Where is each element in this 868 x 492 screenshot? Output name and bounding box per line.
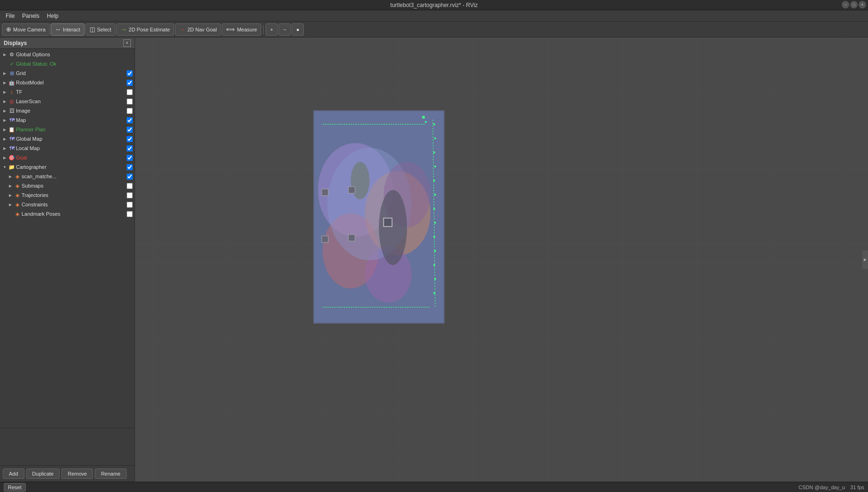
check-landmark-poses[interactable] — [127, 211, 133, 217]
tree-item-laserscan[interactable]: ◎ LaserScan — [0, 97, 135, 106]
svg-rect-30 — [348, 235, 355, 241]
statusbar-left: Reset — [4, 483, 26, 492]
check-planner-plan[interactable] — [127, 127, 133, 133]
reset-button[interactable]: Reset — [4, 483, 26, 492]
icon-grid: ⊞ — [8, 70, 15, 76]
tree-item-tf[interactable]: ↕ TF — [0, 87, 135, 97]
check-tf[interactable] — [127, 89, 133, 95]
tree-item-local-map[interactable]: 🗺 Local Map — [0, 144, 135, 153]
svg-rect-29 — [322, 236, 328, 242]
interact-button[interactable]: ↔ Interact — [51, 23, 84, 36]
displays-panel-buttons: Add Duplicate Remove Rename — [0, 465, 135, 482]
arrow-tf — [2, 89, 8, 95]
check-cartographer[interactable] — [127, 164, 133, 170]
icon-cartographer: 📁 — [8, 164, 15, 170]
menu-panels[interactable]: Panels — [18, 12, 43, 20]
arrow-global-options — [2, 52, 8, 57]
svg-point-11 — [425, 121, 427, 123]
tree-item-cartographer[interactable]: 📁 Cartographer — [0, 162, 135, 172]
tree-item-grid[interactable]: ⊞ Grid — [0, 68, 135, 78]
tree-item-global-status[interactable]: ✓ Global Status: Ok — [0, 59, 135, 68]
svg-point-13 — [433, 123, 435, 125]
tree-item-submaps[interactable]: ◈ Submaps — [0, 181, 135, 190]
arrow-goal — [2, 155, 8, 160]
check-laserscan[interactable] — [127, 98, 133, 105]
select-label: Select — [97, 27, 112, 32]
icon-constraints: ◈ — [14, 201, 21, 208]
svg-point-15 — [433, 151, 435, 153]
svg-point-10 — [422, 116, 425, 119]
check-map[interactable] — [127, 117, 133, 123]
label-scan-matches: scan_matche... — [22, 174, 126, 179]
label-grid: Grid — [16, 70, 126, 76]
map-svg — [313, 110, 445, 324]
add-button[interactable]: Add — [3, 469, 24, 479]
remove-button[interactable]: Remove — [61, 469, 93, 479]
2d-pose-estimate-button[interactable]: → 2D Pose Estimate — [116, 23, 174, 36]
viewport[interactable]: ◀ — [135, 38, 868, 482]
check-robotmodel[interactable] — [127, 80, 133, 86]
tree-item-global-map[interactable]: 🗺 Global Map — [0, 134, 135, 144]
tree-item-goal[interactable]: 🎯 Goal — [0, 153, 135, 162]
measure-button[interactable]: ⟺ Measure — [222, 23, 261, 36]
displays-tree[interactable]: ⚙ Global Options ✓ Global Status: Ok ⊞ G… — [0, 49, 135, 428]
minimize-button[interactable]: − — [842, 1, 849, 8]
svg-point-17 — [433, 180, 435, 182]
icon-planner-plan: 📋 — [8, 126, 15, 133]
tree-item-planner-plan[interactable]: 📋 Planner Plan — [0, 125, 135, 134]
label-goal: Goal — [16, 155, 126, 160]
close-button[interactable]: × — [859, 1, 866, 8]
check-goal[interactable] — [127, 155, 133, 161]
check-image[interactable] — [127, 108, 133, 114]
map-container — [313, 110, 445, 324]
tree-item-landmark-poses[interactable]: ◈ Landmark Poses — [0, 209, 135, 219]
right-panel-toggle[interactable]: ▶ — [862, 250, 868, 269]
grid-background — [135, 38, 868, 482]
zoom-in-icon: + — [270, 27, 273, 32]
svg-rect-27 — [322, 189, 328, 196]
label-map: Map — [16, 117, 126, 123]
arrow-submaps — [8, 183, 13, 189]
duplicate-button[interactable]: Duplicate — [26, 469, 60, 479]
label-global-options: Global Options — [16, 52, 133, 57]
label-global-status: Global Status: Ok — [16, 61, 133, 67]
arrow-constraints — [8, 202, 13, 207]
focus-button[interactable]: ● — [292, 23, 304, 36]
check-submaps[interactable] — [127, 183, 133, 189]
zoom-in-button[interactable]: + — [265, 23, 278, 36]
select-icon: ◫ — [90, 26, 95, 33]
menu-help[interactable]: Help — [43, 12, 62, 20]
tree-item-constraints[interactable]: ◈ Constraints — [0, 200, 135, 209]
label-trajectories: Trajectories — [22, 192, 126, 198]
displays-panel-close[interactable]: × — [123, 39, 131, 47]
check-scan-matches[interactable] — [127, 174, 133, 180]
tree-item-global-options[interactable]: ⚙ Global Options — [0, 50, 135, 59]
titlebar: turtlebot3_cartographer.rviz* - RViz − □… — [0, 0, 868, 10]
check-local-map[interactable] — [127, 145, 133, 151]
pose-estimate-label: 2D Pose Estimate — [128, 27, 170, 32]
move-camera-button[interactable]: ⊕ Move Camera — [2, 23, 50, 36]
tree-item-trajectories[interactable]: ◈ Trajectories — [0, 190, 135, 200]
tree-item-robotmodel[interactable]: 🤖 RobotModel — [0, 78, 135, 87]
tree-item-image[interactable]: 🖼 Image — [0, 106, 135, 115]
measure-icon: ⟺ — [226, 26, 235, 33]
menu-file[interactable]: File — [2, 12, 18, 20]
select-button[interactable]: ◫ Select — [85, 23, 116, 36]
check-grid[interactable] — [127, 70, 133, 76]
check-trajectories[interactable] — [127, 192, 133, 198]
2d-nav-goal-button[interactable]: → 2D Nav Goal — [175, 23, 221, 36]
tree-item-map[interactable]: 🗺 Map — [0, 115, 135, 125]
zoom-out-button[interactable]: − — [279, 23, 291, 36]
rename-button[interactable]: Rename — [95, 469, 127, 479]
interact-label: Interact — [63, 27, 80, 32]
arrow-laserscan — [2, 98, 8, 104]
statusbar: Reset CSDN @day_day_u 31 fps — [0, 482, 868, 492]
icon-landmark-poses: ◈ — [14, 211, 21, 217]
check-global-map[interactable] — [127, 136, 133, 142]
check-constraints[interactable] — [127, 202, 133, 208]
tree-item-scan-matches[interactable]: ◈ scan_matche... — [0, 172, 135, 181]
maximize-button[interactable]: □ — [850, 1, 858, 8]
arrow-global-map — [2, 136, 8, 142]
toolbar-separator-1 — [263, 25, 264, 34]
displays-panel: Displays × ⚙ Global Options ✓ Global Sta… — [0, 38, 135, 482]
